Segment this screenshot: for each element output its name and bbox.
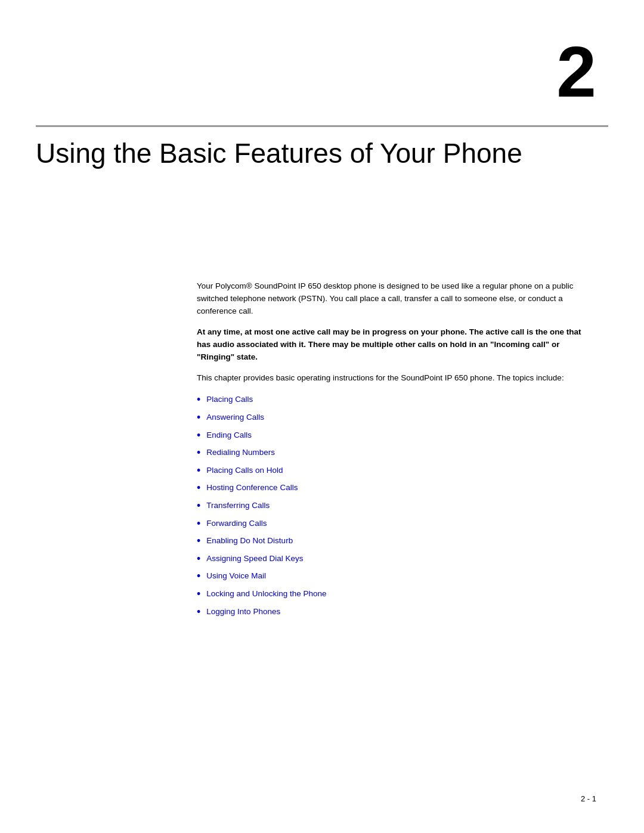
topic-link-using-voice-mail[interactable]: Using Voice Mail — [206, 570, 266, 582]
list-item: • Transferring Calls — [197, 500, 596, 513]
bullet-icon: • — [197, 606, 200, 619]
chapter-title: Using the Basic Features of Your Phone — [36, 137, 596, 170]
page-container: 2 Using the Basic Features of Your Phone… — [0, 0, 644, 833]
topic-link-placing-calls[interactable]: Placing Calls — [206, 394, 253, 405]
list-item: • Hosting Conference Calls — [197, 482, 596, 495]
horizontal-rule — [36, 125, 608, 127]
topic-link-answering-calls[interactable]: Answering Calls — [206, 411, 264, 423]
topic-link-enabling-do-not-disturb[interactable]: Enabling Do Not Disturb — [206, 535, 293, 547]
topics-list: • Placing Calls • Answering Calls • Endi… — [197, 394, 596, 618]
chapter-number: 2 — [556, 36, 596, 107]
list-item: • Redialing Numbers — [197, 447, 596, 460]
bullet-icon: • — [197, 429, 200, 442]
intro-paragraph-1: Your Polycom® SoundPoint IP 650 desktop … — [197, 280, 596, 318]
topic-link-assigning-speed-dial-keys[interactable]: Assigning Speed Dial Keys — [206, 553, 303, 565]
list-item: • Placing Calls — [197, 394, 596, 407]
topic-link-redialing-numbers[interactable]: Redialing Numbers — [206, 447, 275, 459]
topic-link-forwarding-calls[interactable]: Forwarding Calls — [206, 518, 267, 529]
topic-link-locking-unlocking-phone[interactable]: Locking and Unlocking the Phone — [206, 588, 326, 600]
bullet-icon: • — [197, 535, 200, 548]
list-item: • Answering Calls — [197, 411, 596, 425]
list-item: • Forwarding Calls — [197, 518, 596, 531]
intro-paragraph-2: At any time, at most one active call may… — [197, 326, 596, 364]
list-item: • Enabling Do Not Disturb — [197, 535, 596, 548]
bullet-icon: • — [197, 394, 200, 407]
list-item: • Placing Calls on Hold — [197, 465, 596, 478]
bullet-icon: • — [197, 465, 200, 478]
list-item: • Locking and Unlocking the Phone — [197, 588, 596, 601]
list-item: • Assigning Speed Dial Keys — [197, 553, 596, 566]
bullet-icon: • — [197, 500, 200, 513]
bullet-icon: • — [197, 570, 200, 583]
list-item: • Using Voice Mail — [197, 570, 596, 583]
content-area: Your Polycom® SoundPoint IP 650 desktop … — [197, 280, 596, 623]
bullet-icon: • — [197, 482, 200, 495]
list-item: • Logging Into Phones — [197, 606, 596, 619]
bullet-icon: • — [197, 553, 200, 566]
topic-link-hosting-conference-calls[interactable]: Hosting Conference Calls — [206, 482, 298, 494]
bullet-icon: • — [197, 588, 200, 601]
topic-link-transferring-calls[interactable]: Transferring Calls — [206, 500, 270, 512]
bullet-icon: • — [197, 411, 200, 425]
bullet-icon: • — [197, 447, 200, 460]
topic-link-ending-calls[interactable]: Ending Calls — [206, 429, 252, 441]
topic-link-placing-calls-on-hold[interactable]: Placing Calls on Hold — [206, 465, 283, 476]
bullet-icon: • — [197, 518, 200, 531]
topic-link-logging-into-phones[interactable]: Logging Into Phones — [206, 606, 280, 618]
list-item: • Ending Calls — [197, 429, 596, 442]
page-number: 2 - 1 — [581, 794, 596, 803]
topics-intro-paragraph: This chapter provides basic operating in… — [197, 372, 596, 385]
